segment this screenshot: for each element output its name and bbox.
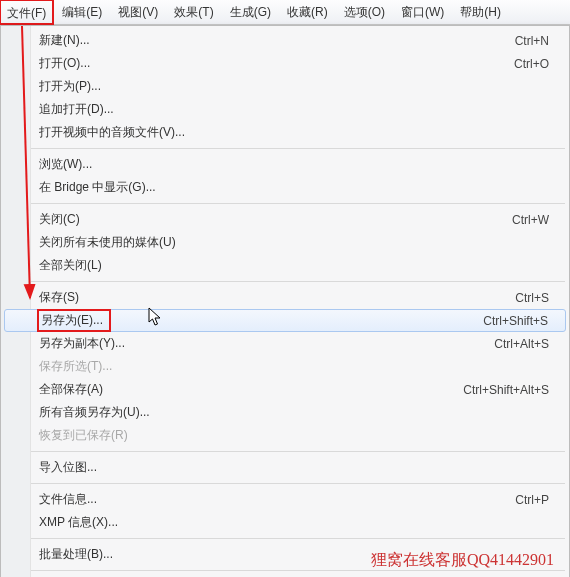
menu-item-6[interactable]: 浏览(W)... <box>1 153 569 176</box>
menu-item-shortcut: Ctrl+Shift+Alt+S <box>463 383 549 397</box>
menubar-item-2[interactable]: 视图(V) <box>110 0 166 24</box>
menu-item-label: 保存(S) <box>39 289 79 306</box>
menu-item-10[interactable]: 关闭所有未使用的媒体(U) <box>1 231 569 254</box>
menubar-item-7[interactable]: 窗口(W) <box>393 0 452 24</box>
menu-item-label: 打开为(P)... <box>39 78 101 95</box>
menu-item-13[interactable]: 保存(S)Ctrl+S <box>1 286 569 309</box>
menu-item-label: 在 Bridge 中显示(G)... <box>39 179 156 196</box>
menu-separator <box>31 570 565 571</box>
menubar-item-1[interactable]: 编辑(E) <box>54 0 110 24</box>
menu-item-24[interactable]: XMP 信息(X)... <box>1 511 569 534</box>
menu-item-label: 另存为(E)... <box>37 309 111 332</box>
menu-item-7[interactable]: 在 Bridge 中显示(G)... <box>1 176 569 199</box>
menubar-item-8[interactable]: 帮助(H) <box>452 0 509 24</box>
menu-item-label: 新建(N)... <box>39 32 90 49</box>
menu-item-18[interactable]: 所有音频另存为(U)... <box>1 401 569 424</box>
menu-item-21[interactable]: 导入位图... <box>1 456 569 479</box>
menu-item-label: 所有音频另存为(U)... <box>39 404 150 421</box>
menu-item-label: 打开(O)... <box>39 55 90 72</box>
menu-separator <box>31 483 565 484</box>
menu-item-shortcut: Ctrl+N <box>515 34 549 48</box>
menu-item-2[interactable]: 打开为(P)... <box>1 75 569 98</box>
menubar-item-4[interactable]: 生成(G) <box>222 0 279 24</box>
menu-item-shortcut: Ctrl+W <box>512 213 549 227</box>
menu-item-label: 关闭(C) <box>39 211 80 228</box>
menu-item-label: 浏览(W)... <box>39 156 92 173</box>
menu-item-label: 导入位图... <box>39 459 97 476</box>
menu-item-label: 恢复到已保存(R) <box>39 427 128 444</box>
menu-item-label: 关闭所有未使用的媒体(U) <box>39 234 176 251</box>
menu-separator <box>31 281 565 282</box>
menu-item-4[interactable]: 打开视频中的音频文件(V)... <box>1 121 569 144</box>
menu-item-17[interactable]: 全部保存(A)Ctrl+Shift+Alt+S <box>1 378 569 401</box>
menu-item-label: 另存为副本(Y)... <box>39 335 125 352</box>
menubar-item-0[interactable]: 文件(F) <box>0 0 54 25</box>
menu-item-label: 文件信息... <box>39 491 97 508</box>
menu-item-shortcut: Ctrl+O <box>514 57 549 71</box>
menu-item-label: 全部保存(A) <box>39 381 103 398</box>
menu-item-16: 保存所选(T)... <box>1 355 569 378</box>
menubar: 文件(F)编辑(E)视图(V)效果(T)生成(G)收藏(R)选项(O)窗口(W)… <box>0 0 570 25</box>
menu-item-11[interactable]: 全部关闭(L) <box>1 254 569 277</box>
menu-item-label: 保存所选(T)... <box>39 358 112 375</box>
menu-separator <box>31 148 565 149</box>
menubar-item-5[interactable]: 收藏(R) <box>279 0 336 24</box>
menu-item-19: 恢复到已保存(R) <box>1 424 569 447</box>
menu-item-label: 打开视频中的音频文件(V)... <box>39 124 185 141</box>
menu-item-15[interactable]: 另存为副本(Y)...Ctrl+Alt+S <box>1 332 569 355</box>
menu-item-23[interactable]: 文件信息...Ctrl+P <box>1 488 569 511</box>
menubar-item-3[interactable]: 效果(T) <box>166 0 221 24</box>
menu-separator <box>31 203 565 204</box>
menu-item-label: 全部关闭(L) <box>39 257 102 274</box>
menu-item-26[interactable]: 批量处理(B)... <box>1 543 569 566</box>
menu-item-1[interactable]: 打开(O)...Ctrl+O <box>1 52 569 75</box>
menu-item-label: 批量处理(B)... <box>39 546 113 563</box>
menu-item-shortcut: Ctrl+P <box>515 493 549 507</box>
menu-item-label: 追加打开(D)... <box>39 101 114 118</box>
menu-separator <box>31 451 565 452</box>
menu-item-label: XMP 信息(X)... <box>39 514 118 531</box>
menu-item-9[interactable]: 关闭(C)Ctrl+W <box>1 208 569 231</box>
menu-separator <box>31 538 565 539</box>
menu-item-shortcut: Ctrl+Alt+S <box>494 337 549 351</box>
menubar-item-6[interactable]: 选项(O) <box>336 0 393 24</box>
menu-item-shortcut: Ctrl+S <box>515 291 549 305</box>
menu-item-3[interactable]: 追加打开(D)... <box>1 98 569 121</box>
file-dropdown-menu: 新建(N)...Ctrl+N打开(O)...Ctrl+O打开为(P)...追加打… <box>0 25 570 577</box>
menu-item-0[interactable]: 新建(N)...Ctrl+N <box>1 29 569 52</box>
menu-item-14[interactable]: 另存为(E)...Ctrl+Shift+S <box>4 309 566 332</box>
menu-item-shortcut: Ctrl+Shift+S <box>483 314 548 328</box>
